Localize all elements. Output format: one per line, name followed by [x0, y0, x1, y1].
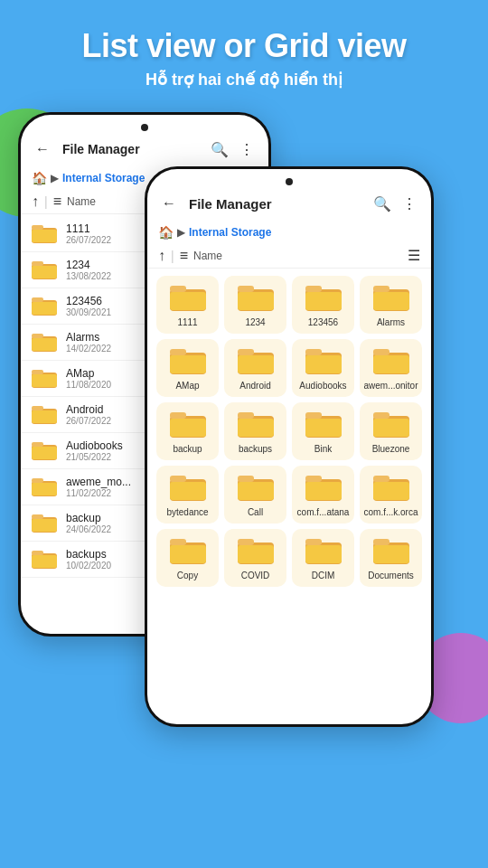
grid-item[interactable]: Call [224, 466, 286, 524]
header-section: List view or Grid view Hỗ trợ hai chế độ… [0, 0, 488, 103]
grid-item[interactable]: Android [224, 339, 286, 397]
svg-rect-23 [32, 483, 57, 495]
svg-rect-70 [238, 476, 254, 482]
svg-rect-43 [170, 349, 186, 355]
grid-item[interactable]: com.f...k.orca [360, 466, 422, 524]
grid-item[interactable]: AMap [156, 339, 219, 397]
search-icon-front[interactable]: 🔍 [371, 193, 393, 214]
grid-item[interactable]: COVID [224, 529, 286, 587]
divider: | [44, 194, 48, 209]
grid-item-name: 1234 [245, 317, 265, 328]
folder-icon-grid [373, 473, 409, 504]
folder-icon [32, 259, 57, 281]
grid-item[interactable]: Audiobooks [292, 339, 354, 397]
svg-rect-11 [32, 338, 57, 351]
svg-rect-82 [238, 539, 254, 545]
folder-icon-grid [305, 346, 342, 377]
sort-filter-icon-front[interactable]: ≡ [180, 248, 188, 264]
sort-filter-icon[interactable]: ≡ [53, 193, 61, 210]
grid-item-name: bytedance [166, 507, 208, 518]
svg-rect-40 [373, 286, 389, 292]
svg-rect-62 [305, 419, 342, 437]
svg-rect-65 [373, 419, 409, 437]
svg-rect-59 [238, 419, 274, 437]
grid-item[interactable]: bytedance [156, 466, 219, 524]
breadcrumb-current-front[interactable]: Internal Storage [189, 226, 271, 239]
svg-rect-10 [32, 334, 43, 338]
folder-icon [32, 296, 57, 317]
grid-item[interactable]: Alarms [360, 276, 422, 334]
folder-icon [32, 513, 57, 534]
grid-view-container: 1111 1234 123456 Alarms AMap Android [147, 270, 431, 592]
svg-rect-73 [305, 476, 322, 482]
folder-icon-grid [170, 536, 206, 567]
svg-rect-83 [238, 545, 274, 563]
svg-rect-88 [373, 539, 389, 545]
svg-rect-67 [170, 476, 186, 482]
svg-rect-76 [373, 476, 389, 482]
svg-rect-32 [170, 292, 206, 310]
breadcrumb-current-back[interactable]: Internal Storage [62, 172, 145, 184]
sort-bar-front: ↑ | ≡ Name ☰ [147, 243, 431, 269]
folder-icon [32, 368, 57, 390]
svg-rect-47 [238, 355, 274, 373]
folder-icon-grid [170, 283, 206, 314]
back-icon[interactable]: ← [32, 138, 53, 160]
sort-up-icon-front[interactable]: ↑ [158, 248, 165, 264]
main-title: List view or Grid view [18, 27, 470, 64]
sort-up-icon[interactable]: ↑ [32, 193, 39, 210]
grid-item[interactable]: Copy [156, 529, 219, 587]
svg-rect-61 [305, 412, 322, 419]
search-icon[interactable]: 🔍 [209, 138, 230, 160]
breadcrumb-separator-front: ▶ [177, 226, 185, 239]
folder-icon [32, 332, 57, 354]
folder-icon-grid [238, 410, 274, 440]
grid-item[interactable]: Documents [360, 529, 422, 587]
folder-icon-grid [305, 536, 342, 567]
svg-rect-44 [170, 355, 206, 373]
grid-item[interactable]: backups [224, 402, 286, 460]
more-icon-front[interactable]: ⋮ [399, 193, 420, 214]
svg-rect-16 [32, 406, 43, 410]
svg-rect-80 [170, 545, 206, 563]
grid-item[interactable]: DCIM [292, 529, 354, 587]
svg-rect-53 [373, 355, 409, 373]
grid-item[interactable]: awem...onitor [360, 339, 422, 397]
folder-icon [32, 549, 57, 571]
back-icon-front[interactable]: ← [158, 193, 180, 214]
svg-rect-13 [32, 370, 43, 374]
svg-rect-38 [305, 292, 342, 310]
app-bar-back: ← File Manager 🔍 ⋮ [21, 131, 268, 167]
svg-rect-35 [238, 292, 274, 310]
svg-rect-1 [32, 225, 43, 230]
grid-item-name: Documents [368, 571, 414, 581]
svg-rect-85 [305, 539, 322, 545]
svg-rect-31 [170, 286, 186, 292]
grid-item[interactable]: Bink [292, 402, 354, 460]
svg-rect-41 [373, 292, 409, 310]
list-view-icon[interactable]: ☰ [408, 247, 420, 264]
grid-item-copy: Copy [177, 571, 198, 581]
home-icon[interactable]: 🏠 [32, 171, 47, 185]
grid-item[interactable]: 1111 [156, 276, 219, 334]
svg-rect-50 [305, 355, 342, 373]
svg-rect-86 [305, 545, 342, 563]
camera-dot [141, 124, 148, 131]
folder-icon-grid [305, 283, 342, 314]
app-title-back: File Manager [62, 142, 203, 156]
grid-item[interactable]: Bluezone [360, 402, 422, 460]
grid-item[interactable]: com.f...atana [292, 466, 354, 524]
folder-icon-grid [238, 536, 274, 567]
more-icon[interactable]: ⋮ [236, 138, 258, 160]
svg-rect-19 [32, 442, 43, 447]
grid-item-name: DCIM [312, 571, 335, 581]
svg-rect-37 [305, 286, 322, 292]
grid-item[interactable]: backup [156, 402, 219, 460]
svg-rect-34 [238, 286, 254, 292]
grid-item-name: Bink [314, 444, 332, 455]
folder-icon-grid [373, 283, 409, 314]
grid-item[interactable]: 123456 [292, 276, 354, 334]
divider-front: | [171, 249, 174, 263]
grid-item[interactable]: 1234 [224, 276, 286, 334]
home-icon-front[interactable]: 🏠 [158, 225, 174, 240]
